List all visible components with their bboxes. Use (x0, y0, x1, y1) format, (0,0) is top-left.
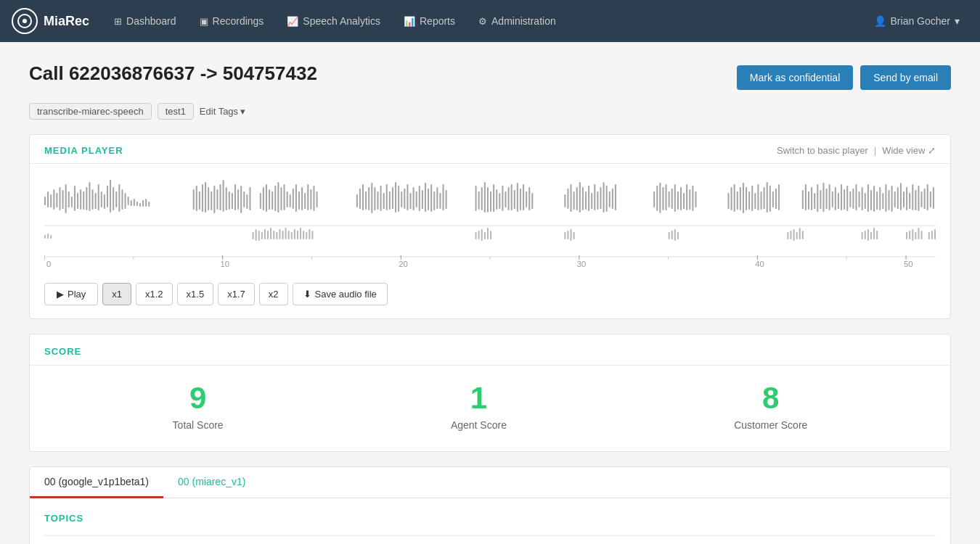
svg-rect-162 (695, 191, 696, 207)
svg-rect-98 (413, 187, 415, 210)
nav-recordings[interactable]: ▣ Recordings (189, 0, 274, 42)
tabs-container: 00 (google_v1p1beta1) 00 (miarec_v1) TOP… (29, 466, 951, 544)
svg-rect-84 (371, 183, 372, 213)
svg-rect-170 (748, 191, 750, 210)
svg-rect-179 (775, 189, 777, 209)
svg-rect-74 (304, 193, 306, 209)
waveform-container[interactable]: 0 10 20 30 40 50 (30, 164, 950, 273)
svg-rect-38 (148, 202, 150, 207)
save-audio-button[interactable]: ⬇ Save audio file (293, 283, 388, 305)
speed-x17-button[interactable]: x1.7 (218, 283, 255, 305)
user-menu[interactable]: 👤 Brian Gocher ▾ (865, 15, 968, 27)
svg-rect-52 (232, 193, 233, 209)
svg-rect-130 (564, 194, 565, 207)
svg-rect-221 (921, 191, 923, 207)
total-score-item: 9 Total Score (173, 383, 224, 431)
svg-rect-227 (47, 234, 49, 239)
svg-rect-248 (309, 229, 310, 239)
svg-rect-217 (909, 193, 910, 209)
svg-rect-182 (805, 184, 807, 210)
svg-rect-124 (517, 183, 518, 212)
svg-rect-180 (778, 184, 780, 210)
svg-rect-230 (256, 229, 257, 241)
svg-rect-108 (443, 184, 444, 210)
svg-rect-42 (202, 184, 203, 212)
svg-rect-49 (223, 180, 224, 212)
switch-basic-player-link[interactable]: Switch to basic player (777, 145, 868, 156)
svg-rect-66 (280, 187, 282, 210)
svg-rect-85 (374, 187, 375, 210)
svg-rect-219 (915, 190, 916, 210)
svg-rect-226 (44, 235, 46, 239)
svg-rect-32 (131, 200, 132, 206)
svg-rect-223 (927, 184, 928, 210)
user-dropdown-icon: ▾ (955, 15, 960, 27)
svg-rect-258 (571, 229, 572, 241)
mark-confidential-button[interactable]: Mark as confidential (737, 65, 854, 90)
svg-rect-122 (511, 184, 513, 210)
svg-rect-9 (62, 190, 64, 209)
svg-rect-259 (573, 232, 575, 239)
svg-rect-225 (933, 187, 934, 209)
tabs-header: 00 (google_v1p1beta1) 00 (miarec_v1) (30, 467, 950, 498)
tab-google[interactable]: 00 (google_v1p1beta1) (30, 467, 163, 498)
play-icon: ▶ (57, 289, 64, 300)
user-icon: 👤 (874, 15, 886, 27)
svg-rect-80 (359, 189, 361, 209)
svg-rect-169 (746, 187, 747, 210)
svg-rect-92 (395, 182, 396, 213)
speed-x15-button[interactable]: x1.5 (177, 283, 214, 305)
svg-rect-199 (855, 184, 857, 210)
speed-x2-button[interactable]: x2 (259, 283, 288, 305)
svg-rect-202 (865, 193, 866, 209)
wide-view-link[interactable]: Wide view ⤢ (882, 145, 936, 156)
svg-rect-120 (505, 191, 506, 207)
svg-rect-99 (416, 191, 417, 207)
svg-rect-78 (317, 191, 318, 207)
svg-rect-241 (288, 231, 290, 239)
svg-rect-195 (844, 189, 845, 210)
svg-rect-171 (751, 186, 753, 211)
send-by-email-button[interactable]: Send by email (860, 65, 951, 90)
svg-rect-64 (274, 186, 276, 211)
brand-logo[interactable]: MiaRec (12, 8, 89, 34)
reports-icon: 📊 (404, 16, 415, 27)
svg-rect-95 (404, 189, 405, 209)
waveform-display[interactable]: 0 10 20 30 40 50 (44, 171, 936, 273)
nav-speech-analytics[interactable]: 📈 Speech Analytics (277, 0, 391, 42)
svg-rect-272 (867, 229, 869, 241)
svg-rect-63 (271, 191, 273, 210)
svg-rect-215 (903, 191, 905, 207)
svg-rect-25 (110, 180, 111, 213)
svg-rect-12 (71, 197, 73, 207)
tab-miarec[interactable]: 00 (miarec_v1) (163, 467, 260, 498)
svg-rect-119 (502, 186, 503, 211)
svg-rect-231 (258, 231, 260, 241)
svg-rect-11 (68, 191, 70, 207)
svg-rect-242 (291, 232, 293, 239)
speed-x1-button[interactable]: x1 (102, 283, 131, 305)
edit-tags-button[interactable]: Edit Tags ▾ (200, 106, 245, 117)
svg-rect-73 (301, 187, 303, 210)
svg-rect-81 (362, 184, 364, 210)
svg-rect-174 (760, 191, 761, 210)
svg-rect-153 (669, 191, 670, 207)
dashboard-icon: ⊞ (114, 16, 122, 27)
nav-reports[interactable]: 📊 Reports (393, 0, 465, 42)
svg-rect-188 (822, 183, 824, 212)
svg-rect-15 (80, 189, 81, 210)
nav-administration[interactable]: ⚙ Administration (468, 0, 566, 42)
svg-rect-41 (199, 191, 200, 210)
svg-rect-46 (213, 186, 215, 213)
svg-rect-152 (666, 184, 667, 210)
play-button[interactable]: ▶ Play (44, 283, 98, 305)
svg-rect-107 (439, 193, 441, 209)
separator: | (874, 145, 876, 156)
svg-rect-173 (757, 184, 759, 210)
nav-dashboard[interactable]: ⊞ Dashboard (104, 0, 187, 42)
svg-rect-30 (125, 193, 126, 209)
svg-rect-123 (514, 190, 515, 209)
username: Brian Gocher (891, 15, 950, 27)
speed-x12-button[interactable]: x1.2 (136, 283, 173, 305)
svg-rect-115 (490, 191, 491, 212)
